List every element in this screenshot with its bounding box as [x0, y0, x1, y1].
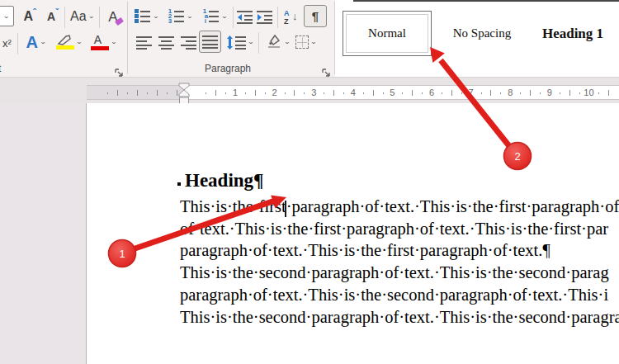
indent-markers[interactable] — [178, 83, 190, 106]
ruler-tick — [500, 92, 501, 94]
align-right-icon — [181, 35, 196, 50]
sort-button[interactable]: A Z ↓ — [281, 6, 301, 27]
font-color-icon: A — [91, 35, 109, 50]
ruler-tick — [343, 92, 344, 94]
ruler-tick — [245, 92, 246, 94]
ruler-tick — [206, 92, 206, 94]
hanging-indent-marker — [179, 90, 189, 97]
ruler-tick — [265, 92, 266, 94]
grow-font-button[interactable]: Aˆ — [20, 7, 40, 26]
increase-indent-button[interactable] — [256, 7, 272, 26]
text-line[interactable]: paragraph·of·text.·This·is·the·first·par… — [180, 239, 619, 262]
numbering-button[interactable]: 1 2 3 ⌄ — [167, 7, 195, 26]
borders-icon — [295, 35, 309, 49]
separator — [64, 7, 65, 28]
ruler-tick — [324, 92, 324, 94]
chevron-down-icon: ⌄ — [40, 39, 46, 45]
align-center-icon — [158, 35, 174, 50]
shrink-font-button[interactable]: Aˇ — [43, 7, 63, 26]
pilcrow-icon: ¶ — [312, 9, 319, 23]
font-dialog-launcher[interactable] — [114, 66, 124, 76]
separator — [99, 7, 100, 28]
ruler-tick — [383, 92, 384, 94]
justify-button[interactable] — [199, 31, 221, 53]
clear-formatting-button[interactable]: A — [102, 7, 124, 26]
chevron-down-icon: ⌄ — [3, 13, 10, 20]
borders-button[interactable]: ⌄ — [289, 32, 324, 52]
style-heading-1[interactable]: Heading 1 — [527, 11, 619, 56]
document-body[interactable]: This·is·the·first·paragraph·of·text.·Thi… — [180, 196, 619, 328]
ruler-tick — [579, 92, 580, 94]
ruler-tick — [608, 90, 609, 96]
separator — [277, 7, 278, 28]
text-line[interactable]: This·is·the·second·paragraph·of·text.·Th… — [180, 306, 619, 329]
ruler-margin-tick — [157, 90, 158, 96]
keep-with-next-bullet — [177, 182, 181, 186]
ruler-tick — [520, 92, 521, 94]
ruler-margin-tick — [117, 90, 118, 96]
align-center-button[interactable] — [157, 32, 175, 52]
paragraph-dialog-launcher[interactable] — [321, 66, 331, 76]
text-line[interactable]: of·text.·This·is·the·first·paragraph·of·… — [180, 218, 619, 240]
ruler-number: 3 — [311, 87, 316, 97]
grow-font-icon: A — [23, 10, 33, 23]
ruler-tick — [481, 92, 482, 94]
chevron-down-icon: ⌄ — [310, 39, 317, 45]
multilevel-list-icon: 1 a i — [203, 9, 220, 24]
ruler-number: 5 — [390, 87, 395, 97]
superscript-button[interactable]: x² — [0, 33, 14, 53]
sort-z: Z — [284, 17, 289, 26]
font-size-combo[interactable]: ⌄ — [0, 6, 14, 26]
style-normal[interactable]: Normal — [343, 11, 432, 56]
multilevel-list-button[interactable]: 1 a i ⌄ — [201, 7, 229, 26]
chevron-down-icon: ⌄ — [111, 39, 117, 45]
ruler-tick — [451, 90, 452, 96]
ruler-number: 9 — [547, 87, 552, 97]
ruler-margin-tick — [177, 90, 177, 96]
ruler-margin-tick — [107, 92, 108, 94]
first-line-indent-marker — [179, 83, 189, 90]
change-case-icon: Aa — [70, 10, 87, 23]
text-effects-button[interactable]: A ⌄ — [22, 31, 50, 53]
chevron-down-icon: ⌄ — [187, 13, 193, 20]
highlight-color-bar — [56, 45, 74, 50]
text-line[interactable]: paragraph·of·text.·This·is·the·second·pa… — [180, 284, 619, 306]
ruler-number: 2 — [272, 87, 277, 97]
separator — [258, 32, 259, 54]
document-heading[interactable]: Heading¶ — [185, 170, 264, 191]
text-line[interactable]: This·is·the·second·paragraph·of·text.·Th… — [180, 262, 619, 284]
decrease-indent-button[interactable] — [236, 7, 253, 26]
text-line[interactable]: This·is·the·first·paragraph·of·text.·Thi… — [180, 196, 619, 218]
align-left-button[interactable] — [135, 32, 153, 52]
align-right-button[interactable] — [179, 32, 197, 52]
style-no-spacing[interactable]: No Spacing — [441, 11, 523, 56]
ruler-margin-tick — [167, 92, 168, 94]
line-spacing-icon — [226, 35, 246, 50]
caret-up-icon: ˆ — [33, 7, 36, 17]
font-color-button[interactable]: A ⌄ — [87, 31, 120, 53]
ruler-number: 6 — [429, 87, 434, 97]
font-color-bar — [91, 46, 109, 50]
ruler-tick — [598, 92, 599, 94]
ruler-text-area — [183, 86, 619, 99]
ruler-tick — [422, 92, 423, 94]
ruler-number: 7 — [469, 87, 474, 97]
page-left-edge — [86, 103, 87, 364]
show-formatting-marks-button[interactable]: ¶ — [304, 5, 327, 27]
chevron-down-icon: ⌄ — [88, 13, 95, 20]
ruler-number: 4 — [351, 87, 356, 97]
ruler-tick — [285, 92, 286, 94]
text-highlight-button[interactable]: ⌄ — [53, 31, 86, 53]
separator — [233, 7, 234, 28]
workspace-margin — [0, 103, 86, 364]
highlighter-icon — [56, 35, 74, 50]
line-spacing-button[interactable]: ⌄ — [224, 32, 256, 52]
justify-icon — [202, 35, 218, 49]
ruler-tick — [560, 92, 560, 94]
chevron-down-icon: ⌄ — [221, 13, 228, 20]
ruler[interactable]: 12345678910 — [87, 85, 619, 100]
bullet-list-icon — [135, 9, 151, 24]
change-case-button[interactable]: Aa ⌄ — [68, 7, 97, 26]
document-area[interactable]: Heading¶ This·is·the·first·paragraph·of·… — [0, 103, 619, 364]
bullets-button[interactable]: ⌄ — [133, 7, 161, 26]
